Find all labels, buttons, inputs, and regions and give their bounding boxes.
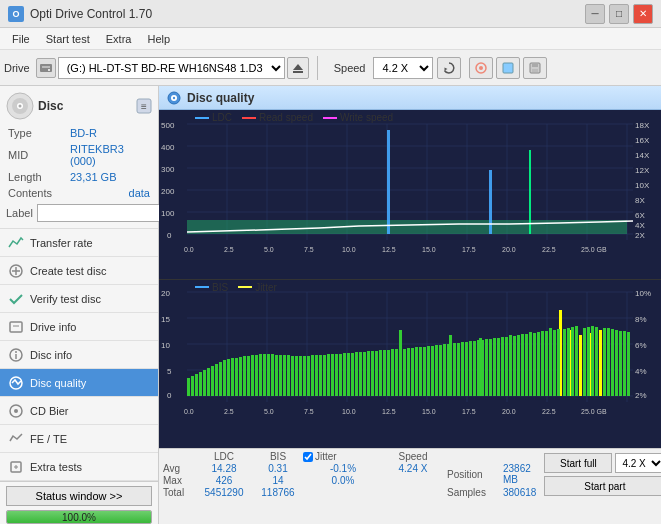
nav-create-test-disc[interactable]: Create test disc [0,257,158,285]
svg-text:16X: 16X [635,136,650,145]
svg-rect-201 [517,335,520,396]
nav-disc-quality[interactable]: Disc quality [0,369,158,397]
svg-rect-200 [513,336,516,396]
svg-rect-205 [537,332,540,396]
svg-text:15.0: 15.0 [422,408,436,415]
top-chart-svg: 500 400 300 200 100 0 18X 16X 14X 12X 10… [159,110,661,279]
jitter-checkbox[interactable] [303,452,313,462]
svg-rect-133 [529,332,532,396]
svg-text:25.0 GB: 25.0 GB [581,246,607,253]
eject-button[interactable] [287,57,309,79]
nav-create-test-disc-label: Create test disc [30,265,106,277]
svg-text:12.5: 12.5 [382,246,396,253]
start-part-button[interactable]: Start part [544,476,661,496]
nav-extra-tests[interactable]: Extra tests [0,453,158,481]
svg-rect-216 [591,326,594,396]
bottom-legend: BIS Jitter [195,282,277,293]
nav-fe-te[interactable]: FE / TE [0,425,158,453]
svg-text:8%: 8% [635,315,647,324]
speed-refresh-button[interactable] [437,57,461,79]
svg-rect-189 [465,342,468,396]
svg-rect-115 [207,368,210,396]
menu-file[interactable]: File [4,31,38,47]
svg-rect-194 [485,339,488,396]
svg-text:400: 400 [161,143,175,152]
nav-transfer-rate[interactable]: Transfer rate [0,229,158,257]
svg-text:25.0 GB: 25.0 GB [581,408,607,415]
toolbar-btn-save[interactable] [523,57,547,79]
minimize-button[interactable]: ─ [585,4,605,24]
svg-text:20: 20 [161,289,170,298]
svg-rect-206 [541,331,544,396]
avg-bis: 0.31 [253,463,303,474]
type-label: Type [8,126,68,140]
svg-rect-198 [501,337,504,396]
svg-rect-208 [553,330,556,396]
bis-header: BIS [253,451,303,462]
menu-extra[interactable]: Extra [98,31,140,47]
disc-settings-icon[interactable]: ≡ [136,98,152,114]
svg-text:17.5: 17.5 [462,246,476,253]
svg-rect-150 [303,356,306,396]
nav-verify-test-disc-label: Verify test disc [30,293,101,305]
nav-cd-bier[interactable]: CD Bier [0,397,158,425]
svg-text:2.5: 2.5 [224,408,234,415]
nav-items: Transfer rate Create test disc Verify te… [0,229,158,481]
avg-ldc: 14.28 [195,463,253,474]
legend-write-speed: Write speed [323,112,393,123]
svg-text:20.0: 20.0 [502,408,516,415]
svg-rect-170 [383,350,386,396]
start-full-button[interactable]: Start full [544,453,612,473]
label-input[interactable] [37,204,170,222]
svg-rect-126 [251,355,254,396]
svg-rect-199 [505,337,508,396]
maximize-button[interactable]: □ [609,4,629,24]
nav-fe-te-label: FE / TE [30,433,67,445]
speed-dropdown[interactable]: 4.2 X [615,453,661,473]
toolbar-btn-1[interactable] [469,57,493,79]
position-label: Position [447,469,499,480]
close-button[interactable]: ✕ [633,4,653,24]
svg-point-28 [14,409,18,413]
window-controls: ─ □ ✕ [585,4,653,24]
svg-rect-123 [239,357,242,396]
svg-rect-129 [399,330,402,396]
toolbar-btn-2[interactable] [496,57,520,79]
create-test-disc-icon [8,263,24,279]
svg-text:4X: 4X [635,221,645,230]
menubar: File Start test Extra Help [0,28,661,50]
samples-val: 380618 [503,487,536,498]
svg-point-15 [19,105,22,108]
svg-rect-158 [335,354,338,396]
nav-disc-info[interactable]: Disc info [0,341,158,369]
svg-rect-148 [295,356,298,396]
svg-text:2.5: 2.5 [224,246,234,253]
status-window-button[interactable]: Status window >> [6,486,152,506]
svg-rect-4 [293,71,303,73]
app-icon: O [8,6,24,22]
svg-text:15: 15 [161,315,170,324]
menu-start-test[interactable]: Start test [38,31,98,47]
right-panel: Disc quality LDC Read speed Wri [159,86,661,524]
svg-rect-116 [211,366,214,396]
svg-rect-197 [497,338,500,396]
transfer-rate-icon [8,235,24,251]
drive-select[interactable]: (G:) HL-DT-ST BD-RE WH16NS48 1.D3 [58,57,285,79]
nav-drive-info[interactable]: Drive info [0,313,158,341]
svg-rect-110 [187,378,190,396]
svg-rect-69 [387,130,390,234]
length-value: 23,31 GB [70,170,150,184]
svg-rect-71 [529,150,531,234]
main-content: Disc ≡ Type BD-R MID RITEKBR3 (000) Leng… [0,86,661,524]
svg-rect-113 [199,372,202,396]
svg-rect-155 [323,355,326,396]
svg-rect-183 [439,345,442,396]
speed-select[interactable]: 4.2 X [373,57,433,79]
svg-rect-157 [331,354,334,396]
svg-rect-132 [509,335,512,396]
nav-verify-test-disc[interactable]: Verify test disc [0,285,158,313]
menu-help[interactable]: Help [139,31,178,47]
sidebar-status: Status window >> 100.0% [0,481,158,524]
svg-rect-213 [575,326,578,396]
svg-text:12.5: 12.5 [382,408,396,415]
